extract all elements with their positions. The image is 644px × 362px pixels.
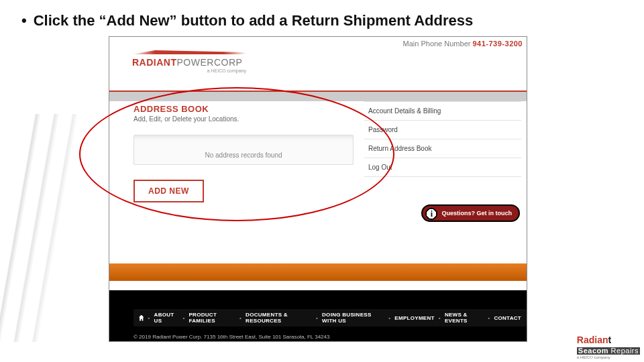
nav-business[interactable]: DOING BUSINESS WITH US (322, 312, 384, 324)
site-header: RADIANTPOWERCORP a HEICO company Main Ph… (109, 37, 527, 92)
nav-news[interactable]: NEWS & EVENTS (445, 312, 484, 324)
instruction-text: Click the “Add New” button to add a Retu… (21, 12, 473, 29)
contact-bubble-label: Questions? Get in touch (441, 210, 512, 217)
logo-primary: RADIANT (132, 57, 177, 68)
nav-orange-band (109, 263, 527, 281)
nav-products[interactable]: PRODUCT FAMILIES (189, 312, 235, 324)
seacom-logo: Radiant Seacom Repairs a HEICO company (577, 335, 640, 359)
sidebar-item-logout[interactable]: Log Out (364, 158, 521, 177)
logo-subtitle: a HEICO company (132, 68, 246, 73)
sidebar-item-account[interactable]: Account Details & Billing (364, 101, 521, 121)
add-new-button[interactable]: ADD NEW (133, 180, 204, 202)
decorative-streaks (0, 114, 87, 342)
logo-secondary: POWERCORP (177, 57, 243, 68)
seacom-sub: a HEICO company (577, 355, 640, 359)
footer-nav: • ABOUT US • PRODUCT FAMILIES • DOCUMENT… (133, 309, 527, 326)
sidebar-item-password[interactable]: Password (364, 121, 521, 139)
contact-bubble[interactable]: Questions? Get in touch (421, 204, 520, 222)
nav-documents[interactable]: DOCUMENTS & RESOURCES (246, 312, 312, 324)
sidebar-item-return-address[interactable]: Return Address Book (364, 139, 521, 158)
main-content: ADDRESS BOOK Add, Edit, or Delete your L… (109, 101, 527, 202)
nav-contact[interactable]: CONTACT (494, 315, 521, 321)
address-book-panel: ADDRESS BOOK Add, Edit, or Delete your L… (109, 101, 364, 202)
seacom-line2: Seacom Repairs (577, 347, 640, 355)
panel-title: ADDRESS BOOK (133, 104, 354, 114)
screenshot-frame: RADIANTPOWERCORP a HEICO company Main Ph… (109, 36, 527, 342)
panel-subtitle: Add, Edit, or Delete your Locations. (133, 115, 354, 123)
seacom-line1: Radiant (577, 335, 640, 345)
nav-about[interactable]: ABOUT US (154, 312, 179, 324)
home-icon[interactable] (139, 315, 144, 321)
site-footer: • ABOUT US • PRODUCT FAMILIES • DOCUMENT… (109, 290, 527, 341)
empty-records-message: No address records found (133, 135, 354, 165)
brand-logo: RADIANTPOWERCORP a HEICO company (132, 46, 246, 73)
copyright-text: © 2019 Radiant Power Corp. 7135 16th Str… (133, 334, 329, 340)
nav-employment[interactable]: EMPLOYMENT (394, 315, 434, 321)
phone-display: Main Phone Number 941-739-3200 (403, 40, 523, 48)
logo-text: RADIANTPOWERCORP (132, 57, 246, 68)
phone-label: Main Phone Number (403, 40, 473, 48)
header-separator (109, 92, 527, 101)
logo-swoosh-icon (132, 46, 246, 56)
account-side-menu: Account Details & Billing Password Retur… (364, 101, 527, 202)
phone-number: 941-739-3200 (472, 40, 523, 48)
